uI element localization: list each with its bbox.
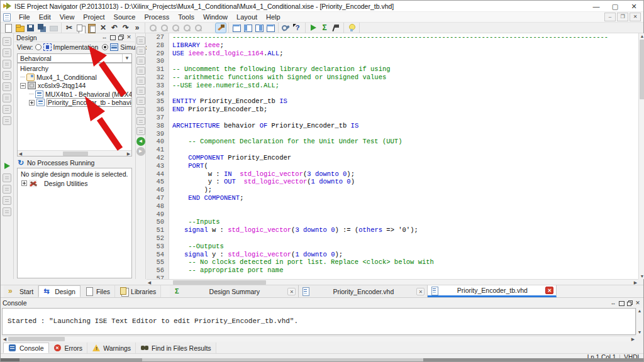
project-archive-icon[interactable] [3,94,11,102]
tile-vertical-icon[interactable] [254,23,264,33]
scroll-left-icon[interactable]: ◀ [2,336,8,342]
hint-lightbulb-icon[interactable] [347,23,357,33]
paste-icon[interactable] [87,23,97,33]
cascade-windows-icon[interactable] [231,23,242,33]
zoom-full-icon[interactable] [170,23,180,33]
tab-files[interactable]: Files [80,285,115,297]
close-icon[interactable]: ✕ [416,288,425,295]
save-all-icon[interactable] [37,23,47,33]
open-project-icon[interactable] [3,82,11,91]
scroll-down-icon[interactable]: ▼ [636,329,643,335]
menu-process[interactable]: Process [140,13,174,21]
doc-tab-priority-encoder-vhd[interactable]: Priority_Encoder.vhd✕ [299,285,428,297]
add-copy-of-source-icon[interactable] [3,60,11,69]
panel-float-icon[interactable] [117,34,125,41]
stop-process-icon[interactable] [3,196,11,205]
save-icon[interactable] [26,23,36,33]
undo-icon[interactable]: ↶ [109,23,119,33]
zoom-selection-icon[interactable] [182,23,192,33]
mdi-restore-button[interactable]: ❐ [617,13,628,21]
view-report-icon[interactable] [204,23,214,33]
close-button[interactable]: ✕ [625,1,643,12]
redo-icon[interactable]: ↷ [121,23,131,33]
replace-icon[interactable] [136,127,145,135]
simulation-config-dropdown[interactable]: Behavioral ▼ [17,53,132,63]
goto-line-icon[interactable] [136,107,145,115]
zoom-in-icon[interactable] [148,23,158,33]
console-tab-warnings[interactable]: Warnings [87,343,136,353]
minimize-button[interactable]: — [587,1,606,12]
panel-dock-icon[interactable]: ↔ [101,34,108,41]
rerun-all-icon[interactable] [3,185,11,194]
toolbar-overflow-chevron[interactable]: » [132,23,142,33]
find-icon[interactable] [136,117,145,125]
layout-icon[interactable] [3,116,11,125]
panel-dock-icon[interactable]: ↔ [609,300,617,307]
design-summary-icon[interactable]: Σ [319,23,330,33]
add-source-icon[interactable] [3,48,11,57]
doc-tab-priority-encoder-tb-vhd[interactable]: Priority_Encoder_tb.vhd✕ [428,285,557,297]
tile-horizontal-icon[interactable] [243,23,253,33]
maximize-button[interactable]: ▢ [606,1,625,12]
panel-close-icon[interactable]: ✕ [634,300,641,307]
process-properties-icon[interactable] [3,207,11,216]
properties-icon[interactable] [3,105,11,114]
editor-vscrollbar[interactable]: ▲ ▼ [638,33,644,279]
arrange-windows-icon[interactable] [265,23,275,33]
simulation-radio[interactable] [102,44,108,50]
menu-source[interactable]: Source [109,13,140,21]
scroll-up-icon[interactable]: ▲ [636,308,643,314]
console-output[interactable]: Started : "Launching ISE Text Editor to … [2,308,636,335]
menu-edit[interactable]: Edit [35,13,55,21]
close-icon[interactable]: ✕ [545,287,553,294]
console-tab-console[interactable]: Console [3,343,49,353]
context-help-icon[interactable]: ? [292,23,303,33]
console-tab-errors[interactable]: Errors [49,343,88,353]
code-editor[interactable]: 27--------------------------------------… [147,33,638,279]
mdi-minimize-button[interactable]: – [604,13,616,21]
console-hscrollbar[interactable]: ◀ ▶ [2,336,636,341]
outdent-icon[interactable] [136,47,145,55]
panel-close-icon[interactable]: ✕ [125,34,133,41]
tab-design[interactable]: ⇆Design [38,285,80,297]
panel-maximize-icon[interactable] [109,34,116,41]
editor-hscrollbar[interactable]: ◀ ▶ [147,279,638,285]
zoom-area-icon[interactable] [193,23,203,33]
bookmark-icon[interactable] [136,77,145,85]
doc-tab-design-summary[interactable]: ΣDesign Summary✕ [170,285,299,297]
nav-back-icon[interactable] [136,137,145,145]
cut-icon[interactable]: ✂ [64,23,74,33]
new-window-icon[interactable] [3,37,11,46]
close-icon[interactable]: ✕ [287,288,296,295]
next-bookmark-icon[interactable] [136,87,145,95]
tree-node-mux4to1[interactable]: MUX4to1 - Behavioral (MUX4to1.vhd) [18,90,131,99]
nav-forward-icon[interactable] [136,147,145,155]
menu-window[interactable]: Window [199,13,232,21]
expand-plus-icon[interactable] [21,180,27,186]
uncomment-icon[interactable] [136,67,145,75]
tab-libraries[interactable]: Libraries [115,285,161,297]
hierarchy-hscrollbar[interactable]: ◀ ▶ [18,150,131,156]
run-process-icon[interactable] [2,162,12,171]
console-vscrollbar[interactable]: ▲ ▼ [636,308,642,335]
editor-mode-icon[interactable] [216,23,226,33]
scroll-right-icon[interactable]: ▶ [630,336,636,342]
copy-icon[interactable] [75,23,86,33]
run-icon[interactable] [308,23,318,33]
scroll-left-icon[interactable]: ◀ [18,151,23,156]
implementation-radio[interactable] [35,44,42,50]
process-node-design-utilities[interactable]: Design Utilities [18,179,131,188]
print-icon[interactable] [48,23,58,33]
rerun-icon[interactable] [3,173,11,182]
menu-view[interactable]: View [55,13,79,21]
zoom-out-icon[interactable] [159,23,169,33]
collapse-minus-icon[interactable] [20,83,26,89]
menu-layout[interactable]: Layout [232,13,262,21]
menu-file[interactable]: File [14,13,35,21]
console-tab-find-in-files-results[interactable]: Find in Files Results [136,343,216,353]
scroll-right-icon[interactable]: ▶ [126,151,131,156]
menu-project[interactable]: Project [79,13,109,21]
tree-node-xc6slx9-2tqg144[interactable]: xc6slx9-2tqg144 [18,82,131,90]
delete-icon[interactable]: ✕ [98,23,108,33]
prev-bookmark-icon[interactable] [136,97,145,105]
